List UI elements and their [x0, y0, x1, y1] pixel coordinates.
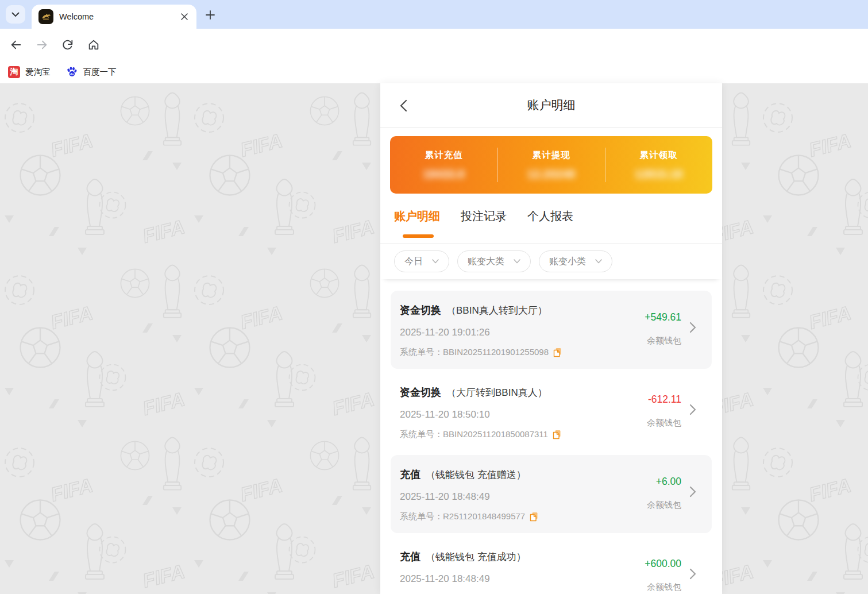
chevron-down-icon	[11, 12, 20, 17]
tab-title: Welcome	[59, 12, 179, 21]
bookmark-label: 爱淘宝	[25, 67, 51, 78]
summary-total-withdraw: 累计提现 12.20248	[497, 136, 605, 194]
chevron-right-icon[interactable]	[689, 403, 700, 416]
transaction-row[interactable]: 充值 （钱能钱包 充值成功） 2025-11-20 18:48:49 系统单号：…	[391, 537, 712, 594]
chevron-down-icon	[514, 259, 520, 264]
tab-close-icon[interactable]	[179, 11, 190, 22]
copy-button[interactable]	[553, 348, 562, 357]
summary-label: 累计充值	[425, 149, 463, 161]
summary-label: 累计提现	[533, 149, 570, 161]
transaction-detail: （大厅转到BBIN真人）	[446, 386, 547, 399]
transaction-row[interactable]: 资金切换 （BBIN真人转到大厅） 2025-11-20 19:01:26 系统…	[391, 291, 712, 369]
filter-label: 账变大类	[468, 256, 504, 268]
page-background: FIFA FIFA 账户明细 累计充值 18433.8	[0, 83, 868, 594]
transaction-type: 充值	[400, 550, 421, 564]
transaction-info: 充值 （钱能钱包 充值成功） 2025-11-20 18:48:49 系统单号：…	[400, 550, 614, 594]
summary-value-censored: 12815.18	[635, 168, 682, 181]
chevron-down-icon	[595, 259, 602, 264]
summary-value-censored: 18433.8	[423, 168, 464, 181]
transaction-row[interactable]: 资金切换 （大厅转到BBIN真人） 2025-11-20 18:50:10 系统…	[391, 373, 712, 451]
plus-icon	[206, 10, 215, 20]
transaction-wallet-label: 余额钱包	[647, 500, 681, 511]
transaction-amount: +549.61	[645, 311, 681, 323]
transaction-wallet-label: 余额钱包	[647, 335, 681, 346]
transaction-detail: （钱能钱包 充值成功）	[426, 550, 526, 564]
active-tab-underline	[403, 234, 434, 238]
filter-date-select[interactable]: 今日	[394, 250, 449, 272]
transaction-info: 资金切换 （BBIN真人转到大厅） 2025-11-20 19:01:26 系统…	[400, 303, 614, 358]
svg-text:du: du	[70, 72, 74, 76]
transaction-type: 资金切换	[400, 303, 441, 317]
chevron-right-icon[interactable]	[689, 321, 700, 334]
transaction-amount: +600.00	[645, 558, 681, 570]
transaction-time: 2025-11-20 18:48:49	[400, 491, 614, 503]
copy-button[interactable]	[553, 430, 561, 439]
transaction-detail: （BBIN真人转到大厅）	[446, 304, 547, 317]
transaction-time: 2025-11-20 19:01:26	[400, 327, 614, 338]
browser-tab[interactable]: Welcome	[32, 5, 196, 29]
home-button[interactable]	[86, 37, 102, 53]
tab-account-detail[interactable]: 账户明细	[394, 209, 440, 224]
transaction-order-number: 系统单号：R2511201848499577	[400, 511, 525, 522]
back-button[interactable]	[8, 37, 24, 53]
bookmarks-bar: 淘 爱淘宝 du 百度一下	[0, 60, 868, 83]
browser-toolbar: 175616.cc/reports/index	[0, 29, 868, 60]
forward-button[interactable]	[34, 37, 50, 53]
browser-tabstrip: Welcome	[0, 0, 868, 29]
copy-icon	[553, 348, 562, 357]
copy-button[interactable]	[530, 512, 538, 522]
report-tabs: 账户明细 投注记录 个人报表	[380, 194, 722, 244]
bookmark-aitaobao[interactable]: 淘 爱淘宝	[8, 66, 51, 78]
chevron-right-icon[interactable]	[689, 567, 700, 581]
summary-label: 累计领取	[640, 149, 678, 161]
filter-category-major-select[interactable]: 账变大类	[457, 250, 531, 272]
filter-category-minor-select[interactable]: 账变小类	[539, 250, 612, 272]
panel-header: 账户明细	[380, 83, 722, 128]
bookmark-baidu[interactable]: du 百度一下	[65, 65, 117, 78]
copy-icon	[530, 512, 538, 522]
transaction-order-number: 系统单号：BBIN202511201850087311	[400, 429, 548, 440]
baidu-paw-icon: du	[65, 65, 78, 78]
transaction-amount: -612.11	[648, 394, 681, 406]
transaction-info: 资金切换 （大厅转到BBIN真人） 2025-11-20 18:50:10 系统…	[400, 385, 614, 440]
tab-personal-report[interactable]: 个人报表	[527, 209, 573, 224]
chevron-right-icon[interactable]	[689, 485, 700, 499]
back-chevron-button[interactable]	[396, 98, 411, 113]
bookmark-label: 百度一下	[83, 67, 117, 78]
summary-total-deposit: 累计充值 18433.8	[390, 136, 497, 194]
taobao-icon: 淘	[8, 66, 20, 78]
site-favicon-icon	[38, 9, 53, 24]
page-title: 账户明细	[527, 97, 576, 113]
chevron-down-icon	[432, 259, 439, 264]
tab-bet-records[interactable]: 投注记录	[461, 209, 507, 224]
summary-value-censored: 12.20248	[527, 168, 575, 181]
filter-label: 账变小类	[549, 256, 586, 268]
transaction-amount: +6.00	[656, 476, 681, 488]
transaction-time: 2025-11-20 18:50:10	[400, 409, 614, 421]
summary-total-claim: 累计领取 12815.18	[605, 136, 712, 194]
filters-row: 今日 账变大类 账变小类	[380, 244, 722, 279]
summary-card: 累计充值 18433.8 累计提现 12.20248 累计领取 12815.18	[390, 136, 712, 194]
transaction-wallet-label: 余额钱包	[647, 418, 681, 429]
transaction-wallet-label: 余额钱包	[647, 582, 681, 593]
transaction-type: 资金切换	[400, 385, 441, 399]
reload-button[interactable]	[60, 37, 76, 53]
account-detail-panel: 账户明细 累计充值 18433.8 累计提现 12.20248 累计领取 128…	[380, 83, 722, 594]
transaction-row[interactable]: 充值 （钱能钱包 充值赠送） 2025-11-20 18:48:49 系统单号：…	[391, 455, 712, 533]
new-tab-button[interactable]	[202, 7, 218, 23]
transaction-type: 充值	[400, 468, 421, 481]
copy-icon	[553, 430, 561, 439]
transaction-order-number: 系统单号：BBIN202511201901255098	[400, 347, 549, 358]
transaction-info: 充值 （钱能钱包 充值赠送） 2025-11-20 18:48:49 系统单号：…	[400, 468, 614, 522]
chevron-left-icon	[398, 99, 410, 113]
filter-label: 今日	[404, 256, 423, 268]
transaction-list: 资金切换 （BBIN真人转到大厅） 2025-11-20 19:01:26 系统…	[380, 279, 722, 594]
transaction-time: 2025-11-20 18:48:49	[400, 573, 614, 585]
tab-search-button[interactable]	[6, 5, 25, 24]
transaction-detail: （钱能钱包 充值赠送）	[426, 468, 526, 481]
